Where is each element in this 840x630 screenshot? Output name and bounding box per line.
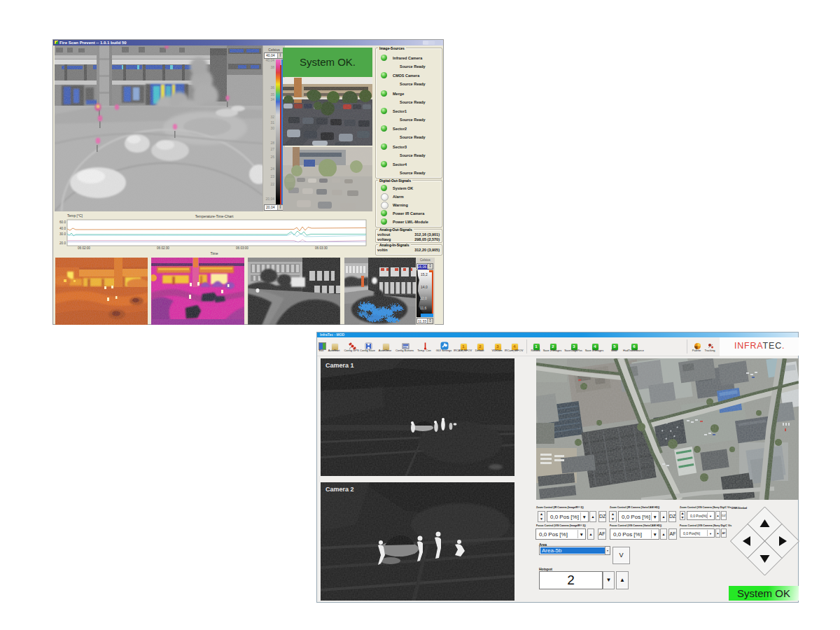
svg-text:40.0: 40.0 (59, 227, 66, 230)
svg-text:Temp [°C]: Temp [°C] (67, 214, 83, 218)
svg-text:30.0: 30.0 (59, 232, 66, 236)
svg-text:06:03:30: 06:03:30 (315, 246, 328, 250)
svg-text:12,0: 12,0 (420, 296, 427, 300)
svg-text:20.0: 20.0 (59, 241, 66, 245)
svg-text:11,6: 11,6 (420, 306, 427, 310)
svg-text:Temperature-Time-Chart: Temperature-Time-Chart (195, 214, 234, 218)
svg-text:Time: Time (211, 251, 218, 255)
svg-text:06:03:00: 06:03:00 (236, 246, 248, 250)
svg-text:06:02:00: 06:02:00 (78, 246, 90, 250)
svg-text:Camera 2: Camera 2 (326, 486, 354, 493)
svg-text:Camera 1: Camera 1 (326, 362, 354, 369)
svg-text:60.0: 60.0 (59, 220, 66, 224)
svg-text:06:02:30: 06:02:30 (157, 246, 169, 250)
svg-text:14,0: 14,0 (421, 285, 428, 289)
svg-text:15,2: 15,2 (421, 272, 428, 276)
